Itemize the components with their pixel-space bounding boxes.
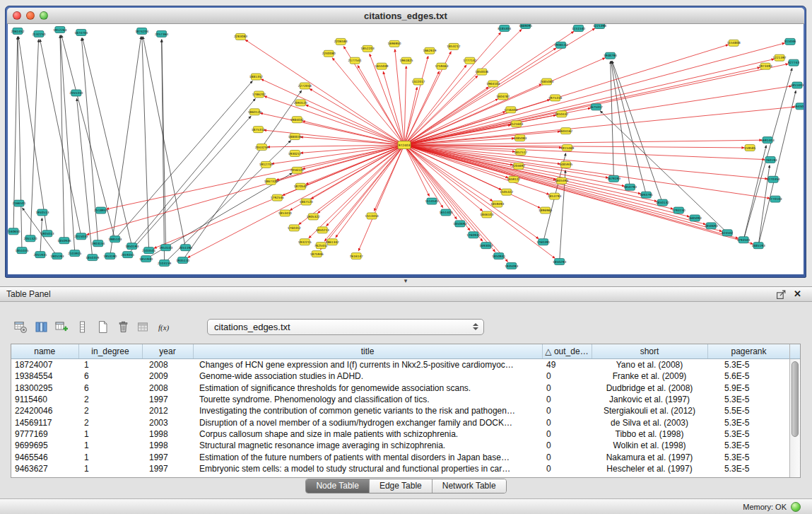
table-cell[interactable]: 0 bbox=[542, 451, 592, 462]
table-row[interactable]: 1938455462009Genome-wide association stu… bbox=[11, 370, 790, 382]
table-cell[interactable]: Dudbridge et al. (2008) bbox=[592, 382, 707, 394]
table-cell[interactable]: 1998 bbox=[142, 440, 193, 451]
table-row[interactable]: 969969511998Structural magnetic resonanc… bbox=[11, 440, 790, 451]
table-cell[interactable]: 0 bbox=[542, 416, 592, 428]
import-table-button[interactable] bbox=[134, 317, 153, 336]
table-cell[interactable]: 2003 bbox=[142, 416, 193, 428]
table-row[interactable]: 2242004622012Investigating the contribut… bbox=[11, 405, 790, 416]
window-minimize-button[interactable] bbox=[26, 11, 35, 20]
table-cell[interactable]: Hescheler et al. (1997) bbox=[592, 463, 707, 474]
table-cell[interactable]: 1997 bbox=[142, 451, 193, 462]
table-row[interactable]: 977716911998Corpus callosum shape and si… bbox=[11, 428, 790, 440]
table-cell[interactable]: 2009 bbox=[142, 370, 193, 382]
column-header-title[interactable]: title bbox=[193, 344, 542, 359]
table-cell[interactable]: 0 bbox=[542, 463, 592, 474]
add-column-button[interactable] bbox=[52, 317, 71, 336]
table-cell[interactable]: 5.9E-5 bbox=[707, 382, 790, 394]
table-cell[interactable]: 9699695 bbox=[11, 440, 78, 451]
table-cell[interactable]: 1997 bbox=[142, 394, 193, 405]
table-cell[interactable]: 9463627 bbox=[11, 463, 78, 474]
column-header-in_degree[interactable]: in_degree bbox=[78, 344, 142, 359]
table-cell[interactable]: 0 bbox=[542, 394, 592, 405]
delete-table-button[interactable] bbox=[114, 317, 133, 336]
table-cell[interactable]: 19384554 bbox=[11, 370, 78, 382]
panel-resize-grip[interactable] bbox=[399, 277, 412, 285]
table-cell[interactable]: Nakamura et al. (1997) bbox=[592, 451, 707, 462]
float-panel-button[interactable] bbox=[776, 289, 787, 300]
network-svg[interactable]: 9724031881352178620218601201875312204325… bbox=[8, 24, 804, 274]
table-cell[interactable]: 1 bbox=[78, 428, 142, 440]
table-cell[interactable]: Estimation of the future numbers of pati… bbox=[193, 451, 542, 462]
tab-network-table[interactable]: Network Table bbox=[433, 479, 506, 493]
table-cell[interactable]: 1 bbox=[78, 463, 142, 474]
table-cell[interactable]: Jankovic et al. (1997) bbox=[592, 394, 707, 405]
window-close-button[interactable] bbox=[13, 11, 21, 20]
table-cell[interactable]: 9465546 bbox=[11, 451, 78, 462]
table-cell[interactable]: 0 bbox=[542, 405, 592, 416]
table-cell[interactable]: 5.6E-5 bbox=[707, 370, 790, 382]
table-cell[interactable]: 14569117 bbox=[11, 416, 78, 428]
table-cell[interactable]: 18300295 bbox=[11, 382, 78, 394]
table-cell[interactable]: 5.3E-5 bbox=[707, 451, 790, 462]
table-cell[interactable]: 0 bbox=[542, 428, 592, 440]
table-cell[interactable]: Changes of HCN gene expression and I(f) … bbox=[193, 359, 542, 371]
function-builder-button[interactable]: f(x) bbox=[155, 317, 174, 336]
window-zoom-button[interactable] bbox=[40, 11, 48, 20]
table-cell[interactable]: 1997 bbox=[142, 463, 193, 474]
new-table-button[interactable] bbox=[93, 317, 112, 336]
table-cell[interactable]: 49 bbox=[542, 359, 592, 371]
show-columns-button[interactable] bbox=[32, 317, 51, 336]
table-cell[interactable]: Investigating the contribution of common… bbox=[193, 405, 542, 416]
column-header-year[interactable]: year bbox=[142, 344, 193, 359]
table-cell[interactable]: 1 bbox=[78, 451, 142, 462]
table-row[interactable]: 946362711997Embryonic stem cells: a mode… bbox=[11, 463, 790, 474]
memory-status[interactable]: Memory: OK bbox=[739, 499, 805, 514]
table-cell[interactable]: 5.3E-5 bbox=[707, 440, 790, 451]
table-cell[interactable]: 5.3E-5 bbox=[707, 428, 790, 440]
table-row[interactable]: 946554611997Estimation of the future num… bbox=[11, 451, 790, 462]
table-cell[interactable]: Stergiakouli et al. (2012) bbox=[592, 405, 707, 416]
table-cell[interactable]: Tourette syndrome. Phenomenology and cla… bbox=[193, 394, 542, 405]
table-cell[interactable]: 18724007 bbox=[11, 359, 78, 371]
table-cell[interactable]: 9115460 bbox=[11, 394, 78, 405]
table-cell[interactable]: de Silva et al. (2003) bbox=[592, 416, 707, 428]
table-cell[interactable]: 0 bbox=[542, 382, 592, 394]
table-cell[interactable]: 2012 bbox=[142, 405, 193, 416]
table-row[interactable]: 1830029562008Estimation of significance … bbox=[11, 382, 790, 394]
table-cell[interactable]: 5.5E-5 bbox=[707, 405, 790, 416]
column-header-name[interactable]: name bbox=[11, 344, 78, 359]
table-row[interactable]: 1872400712008Changes of HCN gene express… bbox=[11, 359, 790, 371]
table-cell[interactable]: 0 bbox=[542, 370, 592, 382]
row-options-button[interactable] bbox=[73, 317, 92, 336]
tab-edge-table[interactable]: Edge Table bbox=[370, 479, 433, 493]
column-header-short[interactable]: short bbox=[592, 344, 707, 359]
table-cell[interactable]: 9777169 bbox=[11, 428, 78, 440]
table-cell[interactable]: 6 bbox=[78, 370, 142, 382]
table-cell[interactable]: 5.3E-5 bbox=[707, 394, 790, 405]
table-cell[interactable]: 1998 bbox=[142, 428, 193, 440]
table-cell[interactable]: Structural magnetic resonance image aver… bbox=[193, 440, 542, 451]
tab-node-table[interactable]: Node Table bbox=[306, 479, 370, 493]
window-titlebar[interactable]: citations_edges.txt bbox=[7, 8, 804, 24]
table-cell[interactable]: Estimation of significance thresholds fo… bbox=[193, 382, 542, 394]
table-cell[interactable]: 5.3E-5 bbox=[707, 416, 790, 428]
table-cell[interactable]: 2 bbox=[78, 416, 142, 428]
table-source-dropdown[interactable]: citations_edges.txt bbox=[207, 319, 484, 335]
close-panel-button[interactable] bbox=[792, 288, 804, 300]
table-cell[interactable]: Corpus callosum shape and size in male p… bbox=[193, 428, 542, 440]
table-cell[interactable]: 22420046 bbox=[11, 405, 78, 416]
table-cell[interactable]: 2 bbox=[78, 405, 142, 416]
column-header-pagerank[interactable]: pagerank bbox=[707, 344, 790, 359]
table-row[interactable]: 911546021997Tourette syndrome. Phenomeno… bbox=[11, 394, 790, 405]
table-cell[interactable]: 0 bbox=[542, 440, 592, 451]
scrollbar-thumb[interactable] bbox=[792, 361, 799, 437]
table-cell[interactable]: Wolkin et al. (1998) bbox=[592, 440, 707, 451]
table-cell[interactable]: Disruption of a novel member of a sodium… bbox=[193, 416, 542, 428]
column-header-out_de[interactable]: △ out_de… bbox=[542, 344, 592, 359]
table-scrollbar[interactable] bbox=[789, 344, 800, 477]
table-cell[interactable]: Genome-wide association studies in ADHD. bbox=[193, 370, 542, 382]
table-cell[interactable]: 5.3E-5 bbox=[707, 359, 790, 371]
table-cell[interactable]: Embryonic stem cells: a model to study s… bbox=[193, 463, 542, 474]
network-canvas[interactable]: 9724031881352178620218601201875312204325… bbox=[8, 24, 804, 274]
table-cell[interactable]: 2008 bbox=[142, 359, 193, 371]
